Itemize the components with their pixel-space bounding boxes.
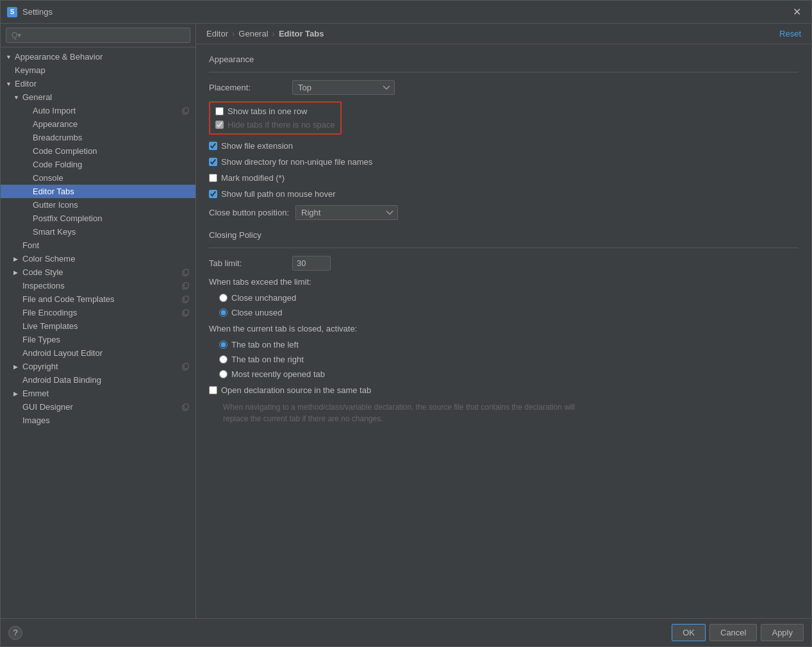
- appearance-section-title: Appearance: [209, 55, 799, 64]
- chevron-down-icon: ▼: [13, 94, 20, 101]
- hide-tabs-label: Hide tabs if there is no space: [228, 120, 335, 130]
- sidebar-item-live-templates[interactable]: Live Templates: [1, 319, 195, 333]
- sidebar-item-font[interactable]: Font: [1, 239, 195, 252]
- mark-modified-label[interactable]: Mark modified (*): [221, 173, 285, 183]
- sidebar-item-appearance-behavior[interactable]: ▼ Appearance & Behavior: [1, 50, 195, 63]
- sidebar-item-label: Code Folding: [33, 160, 82, 169]
- close-unchanged-label[interactable]: Close unchanged: [231, 293, 296, 303]
- sidebar-item-android-layout-editor[interactable]: Android Layout Editor: [1, 346, 195, 360]
- sidebar-item-label: Android Layout Editor: [22, 348, 103, 358]
- sidebar-item-code-style[interactable]: ▶ Code Style: [1, 265, 195, 279]
- sidebar: ▼ Appearance & Behavior Keymap ▼ Editor …: [1, 24, 196, 618]
- apply-button[interactable]: Apply: [761, 624, 804, 641]
- sidebar-item-label: Smart Keys: [33, 227, 76, 237]
- hide-tabs-checkbox[interactable]: [215, 121, 224, 129]
- sidebar-item-file-encodings[interactable]: File Encodings: [1, 306, 195, 319]
- open-declaration-label[interactable]: Open declaration source in the same tab: [221, 385, 371, 395]
- breadcrumb-editor-tabs: Editor Tabs: [279, 29, 324, 38]
- show-file-extension-row: Show file extension: [209, 141, 799, 151]
- sidebar-item-gutter-icons[interactable]: Gutter Icons: [1, 198, 195, 212]
- mark-modified-checkbox[interactable]: [209, 174, 217, 182]
- show-full-path-label[interactable]: Show full path on mouse hover: [221, 189, 336, 199]
- tab-left-label[interactable]: The tab on the left: [231, 340, 299, 349]
- sidebar-item-color-scheme[interactable]: ▶ Color Scheme: [1, 252, 195, 265]
- sidebar-item-console[interactable]: Console: [1, 171, 195, 185]
- help-button[interactable]: ?: [8, 626, 22, 640]
- sidebar-item-auto-import[interactable]: Auto Import: [1, 104, 195, 117]
- copy-icon: [181, 308, 190, 317]
- show-tabs-row: Show tabs in one row: [215, 106, 335, 116]
- mark-modified-row: Mark modified (*): [209, 173, 799, 183]
- tab-limit-input[interactable]: [292, 256, 331, 271]
- breadcrumb-editor: Editor: [206, 29, 228, 38]
- svg-rect-3: [184, 269, 188, 274]
- svg-rect-7: [184, 296, 188, 301]
- sidebar-item-label: Auto Import: [33, 106, 76, 115]
- tab-left-radio[interactable]: [219, 340, 228, 349]
- tab-right-row: The tab on the right: [209, 355, 799, 364]
- settings-tree: ▼ Appearance & Behavior Keymap ▼ Editor …: [1, 47, 195, 618]
- copy-icon: [181, 295, 190, 304]
- sidebar-item-label: Emmet: [22, 389, 49, 398]
- chevron-down-icon: ▼: [6, 81, 12, 87]
- sidebar-item-general[interactable]: ▼ General: [1, 90, 195, 104]
- placement-select[interactable]: Top Bottom Left Right None: [292, 80, 395, 95]
- svg-rect-1: [184, 108, 188, 113]
- show-tabs-checkbox[interactable]: [215, 107, 224, 115]
- sidebar-item-file-code-templates[interactable]: File and Code Templates: [1, 292, 195, 306]
- sidebar-item-keymap[interactable]: Keymap: [1, 63, 195, 77]
- recently-opened-radio[interactable]: [219, 370, 228, 378]
- recently-opened-label[interactable]: Most recently opened tab: [231, 369, 325, 379]
- breadcrumb: Editor › General › Editor Tabs: [206, 29, 324, 38]
- sidebar-item-gui-designer[interactable]: GUI Designer: [1, 400, 195, 414]
- close-button-select[interactable]: Right Left None: [295, 205, 398, 220]
- tab-right-radio[interactable]: [219, 355, 228, 364]
- sidebar-item-appearance[interactable]: Appearance: [1, 117, 195, 131]
- sidebar-item-copyright[interactable]: ▶ Copyright: [1, 360, 195, 373]
- sidebar-item-file-types[interactable]: File Types: [1, 333, 195, 346]
- closing-policy-divider: [209, 248, 799, 248]
- panel-content: Appearance Placement: Top Bottom Left Ri…: [196, 44, 811, 618]
- close-unused-radio[interactable]: [219, 308, 228, 317]
- sidebar-item-emmet[interactable]: ▶ Emmet: [1, 387, 195, 400]
- sidebar-item-code-completion[interactable]: Code Completion: [1, 144, 195, 158]
- ok-button[interactable]: OK: [672, 624, 706, 641]
- chevron-right-icon: ▶: [13, 269, 20, 276]
- sidebar-item-code-folding[interactable]: Code Folding: [1, 158, 195, 171]
- show-directory-checkbox[interactable]: [209, 158, 217, 166]
- sidebar-item-label: Inspections: [22, 281, 65, 290]
- sidebar-item-smart-keys[interactable]: Smart Keys: [1, 225, 195, 239]
- sidebar-item-images[interactable]: Images: [1, 414, 195, 427]
- sidebar-item-label: Appearance: [33, 119, 78, 129]
- sidebar-item-editor-tabs[interactable]: Editor Tabs: [1, 185, 195, 198]
- recently-opened-row: Most recently opened tab: [209, 369, 799, 379]
- sidebar-item-label: Appearance & Behavior: [15, 52, 103, 62]
- sidebar-item-postfix-completion[interactable]: Postfix Completion: [1, 212, 195, 225]
- appearance-divider: [209, 72, 799, 72]
- show-directory-label[interactable]: Show directory for non-unique file names: [221, 157, 372, 167]
- breadcrumb-general: General: [238, 29, 268, 38]
- close-button[interactable]: ✕: [789, 4, 805, 19]
- placement-label: Placement:: [209, 83, 286, 92]
- close-unused-label[interactable]: Close unused: [231, 308, 283, 317]
- chevron-right-icon: ▶: [13, 256, 20, 262]
- sidebar-item-android-data-binding[interactable]: Android Data Binding: [1, 373, 195, 387]
- tab-right-label[interactable]: The tab on the right: [231, 355, 304, 364]
- tab-limit-row: Tab limit:: [209, 256, 799, 271]
- sidebar-item-breadcrumbs[interactable]: Breadcrumbs: [1, 131, 195, 144]
- hide-tabs-row: Hide tabs if there is no space: [215, 120, 335, 130]
- sidebar-item-editor[interactable]: ▼ Editor: [1, 77, 195, 90]
- show-file-extension-label[interactable]: Show file extension: [221, 141, 293, 151]
- show-tabs-label[interactable]: Show tabs in one row: [228, 106, 307, 116]
- sidebar-item-label: Android Data Binding: [22, 375, 101, 385]
- when-tabs-exceed-label: When tabs exceed the limit:: [209, 277, 799, 287]
- show-full-path-checkbox[interactable]: [209, 190, 217, 198]
- close-unchanged-radio[interactable]: [219, 294, 228, 302]
- svg-rect-5: [184, 283, 188, 288]
- show-file-extension-checkbox[interactable]: [209, 142, 217, 150]
- open-declaration-checkbox[interactable]: [209, 386, 217, 394]
- sidebar-item-inspections[interactable]: Inspections: [1, 279, 195, 292]
- search-input[interactable]: [6, 28, 190, 43]
- cancel-button[interactable]: Cancel: [709, 624, 757, 641]
- reset-link[interactable]: Reset: [779, 29, 801, 38]
